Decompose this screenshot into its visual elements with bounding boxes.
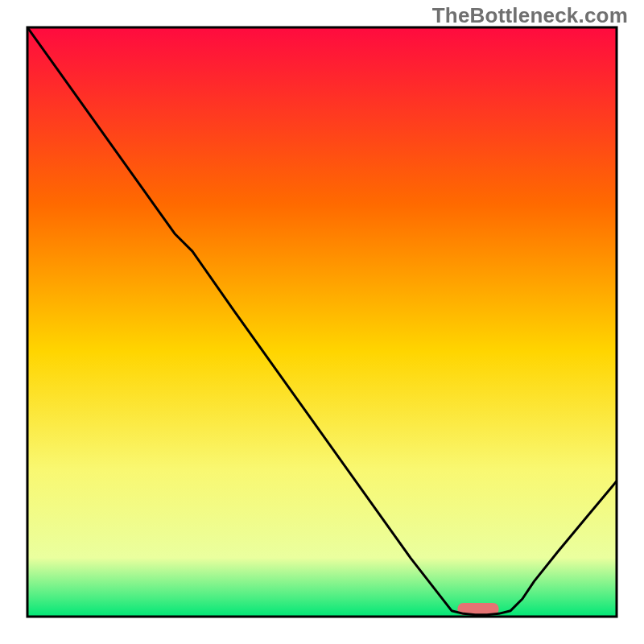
chart-container: TheBottleneck.com (0, 0, 644, 644)
plot-area (27, 27, 617, 617)
watermark-label: TheBottleneck.com (432, 3, 628, 28)
bottleneck-chart (0, 0, 644, 644)
gradient-background (27, 27, 617, 617)
